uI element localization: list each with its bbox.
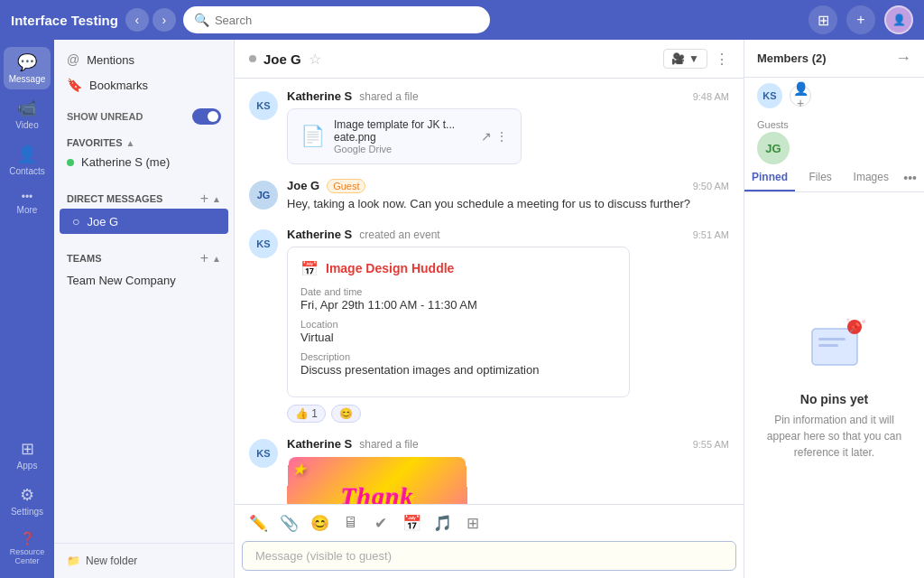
new-folder-label: New folder	[86, 555, 137, 567]
add-dm-button[interactable]: +	[200, 191, 208, 207]
video-call-button[interactable]: 🎥 ▼	[663, 49, 707, 69]
smile-reaction[interactable]: 😊	[331, 405, 361, 423]
message-header: Katherine S shared a file 9:55 AM	[287, 437, 729, 451]
grid-icon-button[interactable]: ⊞	[808, 5, 837, 34]
message-input[interactable]: Message (visible to guest)	[242, 541, 736, 571]
file-more-button[interactable]: ⋮	[495, 129, 508, 144]
tab-files[interactable]: Files	[795, 164, 845, 191]
sidebar-item-team-new-company[interactable]: Team New Company	[54, 268, 234, 293]
nav-item-video[interactable]: 📹 Video	[4, 93, 51, 135]
event-description-field: Description Discuss presentation images …	[300, 351, 616, 377]
favorites-label: FAVORITES	[67, 137, 123, 148]
chat-more-button[interactable]: ⋮	[715, 51, 729, 68]
msg-timestamp: 9:50 AM	[693, 181, 729, 191]
tab-pinned[interactable]: Pinned	[744, 164, 795, 191]
search-input[interactable]	[215, 14, 479, 27]
sidebar-mentions-label: Mentions	[87, 53, 134, 67]
close-panel-button[interactable]: →	[895, 49, 911, 68]
show-unread-label: SHOW UNREAD	[67, 111, 143, 122]
sidebar-quick-access: @ Mentions 🔖 Bookmarks	[54, 40, 234, 105]
msg-action-text: shared a file	[359, 90, 418, 103]
back-button[interactable]: ‹	[125, 8, 149, 32]
message-header: Joe G Guest 9:50 AM	[287, 179, 729, 193]
thumbs-up-reaction[interactable]: 👍 1	[287, 405, 326, 423]
event-location-field: Location Virtual	[300, 319, 616, 344]
member-avatar: KS	[757, 83, 782, 108]
event-date-field: Date and time Fri, Apr 29th 11:00 AM - 1…	[300, 286, 616, 312]
message-input-placeholder: Message (visible to guest)	[255, 549, 392, 563]
nav-label-message: Message	[9, 74, 46, 84]
nav-item-settings[interactable]: ⚙ Settings	[4, 480, 51, 522]
forward-button[interactable]: ›	[152, 8, 176, 32]
nav-item-apps[interactable]: ⊞ Apps	[4, 434, 51, 476]
sidebar-item-mentions[interactable]: @ Mentions	[54, 47, 234, 72]
calendar-toolbar-button[interactable]: 📅	[399, 510, 424, 536]
no-pins-description: Pin information and it will appear here …	[759, 412, 910, 461]
audio-button[interactable]: 🎵	[430, 510, 455, 536]
katherine-avatar-2: KS	[249, 229, 278, 258]
favorites-header: FAVORITES ▲	[54, 135, 234, 150]
video-icon-sm: 🎥	[671, 52, 685, 65]
left-navigation: 💬 Message 📹 Video 👤 Contacts ••• More ⊞ …	[0, 40, 54, 578]
msg-timestamp: 9:55 AM	[693, 439, 729, 450]
right-panel: Members (2) → KS 👤+ Guests JG Pinned Fil…	[744, 40, 924, 578]
guest-badge: Guest	[327, 179, 365, 193]
message-content: Katherine S shared a file 9:48 AM 📄 Imag…	[287, 89, 729, 164]
topbar-nav: ‹ ›	[125, 8, 176, 32]
user-avatar[interactable]: 👤	[884, 5, 913, 34]
nav-item-more[interactable]: ••• More	[4, 185, 51, 220]
dm-label: DIRECT MESSAGES	[67, 193, 162, 204]
message-header: Katherine S created an event 9:51 AM	[287, 228, 729, 241]
screen-share-button[interactable]: 🖥	[337, 510, 363, 536]
add-button[interactable]: +	[846, 5, 875, 34]
katherine-avatar: KS	[249, 91, 278, 120]
pin-svg: 📌	[799, 311, 871, 383]
add-member-button[interactable]: 👤+	[790, 85, 811, 107]
nav-label-settings: Settings	[11, 507, 43, 517]
tab-images[interactable]: Images	[845, 164, 896, 191]
format-button[interactable]: ✏️	[245, 510, 271, 536]
location-value: Virtual	[300, 331, 616, 344]
star-icon[interactable]: ☆	[309, 51, 321, 68]
chat-header-actions: 🎥 ▼ ⋮	[663, 49, 729, 69]
search-icon: 🔍	[194, 13, 209, 27]
date-value: Fri, Apr 29th 11:00 AM - 11:30 AM	[300, 298, 616, 312]
nav-item-message[interactable]: 💬 Message	[4, 47, 51, 89]
message-content: Joe G Guest 9:50 AM Hey, taking a look n…	[287, 179, 729, 213]
show-unread-toggle[interactable]	[192, 108, 221, 125]
nav-item-resource-center[interactable]: ❓ Resource Center	[4, 526, 51, 571]
message-row: JG Joe G Guest 9:50 AM Hey, taking a loo…	[249, 179, 729, 213]
show-unread-section: SHOW UNREAD	[54, 105, 234, 128]
event-title: 📅 Image Design Huddle	[300, 260, 616, 277]
more-toolbar-button[interactable]: ⊞	[460, 510, 485, 536]
no-pins-title: No pins yet	[800, 392, 868, 406]
svg-rect-1	[818, 338, 845, 340]
open-file-button[interactable]: ↗	[481, 129, 492, 144]
panel-tab-more-button[interactable]: •••	[896, 164, 924, 191]
msg-timestamp: 9:51 AM	[693, 229, 729, 240]
file-name: Image template for JK t... eate.png	[334, 118, 472, 144]
guest-avatar: JG	[757, 132, 790, 164]
calendar-icon: 📅	[300, 260, 319, 277]
nav-item-contacts[interactable]: 👤 Contacts	[4, 139, 51, 182]
thank-you-sticker: Thank	[285, 457, 469, 504]
sidebar-item-bookmarks[interactable]: 🔖 Bookmarks	[54, 72, 234, 98]
emoji-button[interactable]: 😊	[307, 510, 332, 536]
sidebar-item-joe-g[interactable]: ○ Joe G	[60, 209, 228, 234]
task-button[interactable]: ✔	[368, 510, 393, 536]
contacts-icon: 👤	[17, 144, 37, 164]
attach-button[interactable]: 📎	[276, 510, 301, 536]
chat-header: Joe G ☆ 🎥 ▼ ⋮	[235, 40, 744, 79]
sidebar-footer: 📁 New folder	[54, 543, 234, 578]
joe-g-icon: ○	[72, 214, 79, 228]
new-folder-item[interactable]: 📁 New folder	[67, 551, 221, 571]
team-name: Team New Company	[67, 274, 176, 287]
sidebar-item-katherine[interactable]: Katherine S (me)	[54, 150, 234, 174]
nav-label-video: Video	[15, 120, 38, 130]
topbar: Interface Testing ‹ › 🔍 ⊞ + 👤	[0, 0, 924, 40]
date-label: Date and time	[300, 286, 616, 297]
add-team-button[interactable]: +	[200, 250, 208, 266]
resource-icon: ❓	[20, 531, 35, 545]
msg-timestamp: 9:48 AM	[693, 91, 729, 102]
message-row: KS Katherine S shared a file 9:55 AM Tha…	[249, 437, 729, 505]
